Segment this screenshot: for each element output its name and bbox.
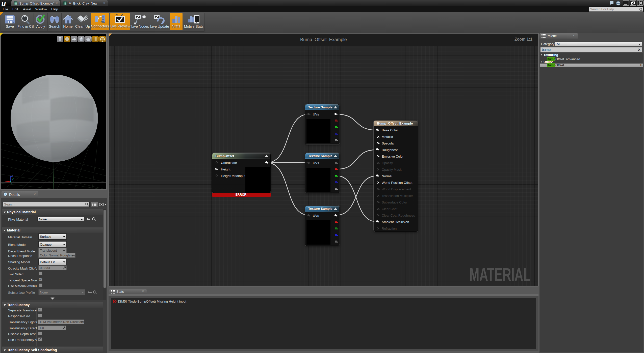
svg-text:i: i [5, 193, 6, 196]
svg-text:Z: Z [11, 174, 13, 177]
svg-text:Y: Y [12, 178, 14, 181]
svg-text:u: u [1, 0, 6, 6]
